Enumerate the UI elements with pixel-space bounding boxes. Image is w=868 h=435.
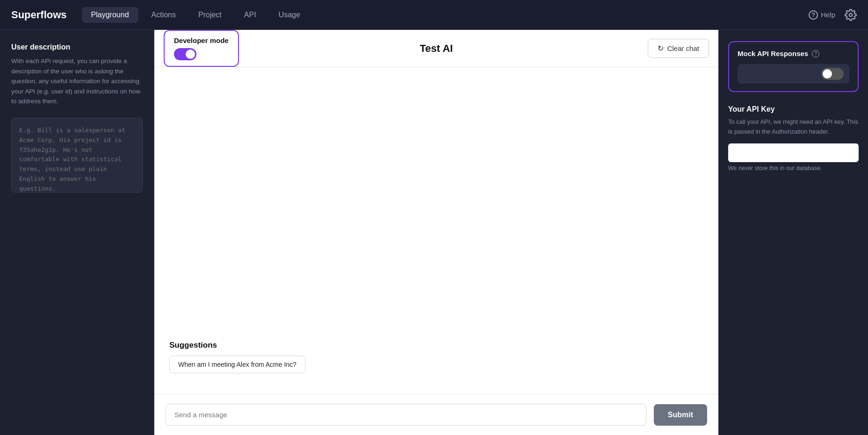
chat-title: Test AI: [420, 43, 453, 54]
api-key-note: We never store this in our database.: [728, 165, 859, 171]
nav: Playground Actions Project API Usage: [82, 7, 809, 23]
suggestions-section: Suggestions When am I meeting Alex from …: [169, 341, 703, 383]
settings-icon[interactable]: [845, 9, 857, 21]
developer-mode-toggle[interactable]: [174, 48, 196, 60]
developer-mode-box: Developer mode: [164, 30, 239, 67]
nav-project[interactable]: Project: [189, 7, 231, 23]
center-panel: Developer mode Test AI ↻ Clear chat Sugg…: [154, 30, 718, 435]
chat-area: Suggestions When am I meeting Alex from …: [154, 67, 718, 394]
user-description-input[interactable]: [11, 118, 143, 193]
nav-actions[interactable]: Actions: [142, 7, 185, 23]
logo: Superflows: [11, 9, 67, 21]
suggestions-label: Suggestions: [169, 341, 703, 350]
help-label: Help: [821, 11, 835, 19]
clear-chat-button[interactable]: ↻ Clear chat: [648, 39, 709, 58]
message-input[interactable]: [166, 404, 646, 426]
developer-mode-slider: [174, 48, 196, 60]
mock-api-box: Mock API Responses ?: [728, 41, 859, 92]
main-layout: User description With each API request, …: [0, 30, 868, 435]
refresh-icon: ↻: [658, 44, 664, 53]
nav-api[interactable]: API: [235, 7, 266, 23]
header-right: ? Help: [809, 9, 857, 21]
mock-api-toggle[interactable]: [821, 68, 844, 80]
api-key-title: Your API Key: [728, 105, 859, 114]
api-key-section: Your API Key To call your API, we might …: [728, 105, 859, 171]
submit-button[interactable]: Submit: [654, 404, 707, 426]
help-button[interactable]: ? Help: [809, 10, 835, 20]
sidebar-description: With each API request, you can provide a…: [11, 56, 143, 107]
mock-api-header: Mock API Responses ?: [738, 50, 849, 57]
mock-api-slider: [821, 68, 844, 80]
help-icon: ?: [809, 10, 818, 20]
right-panel: Mock API Responses ? Your API Key To cal…: [718, 30, 868, 435]
header: Superflows Playground Actions Project AP…: [0, 0, 868, 30]
mock-api-info-icon: ?: [812, 50, 819, 57]
svg-point-0: [849, 13, 853, 16]
nav-playground[interactable]: Playground: [82, 7, 138, 23]
sidebar-title: User description: [11, 43, 143, 51]
nav-usage[interactable]: Usage: [269, 7, 310, 23]
mock-api-title: Mock API Responses: [738, 50, 808, 57]
mock-api-toggle-row: [738, 64, 849, 84]
developer-mode-label: Developer mode: [174, 36, 229, 44]
sidebar: User description With each API request, …: [0, 30, 154, 435]
clear-chat-label: Clear chat: [667, 44, 699, 52]
api-key-description: To call your API, we might need an API k…: [728, 117, 859, 137]
suggestion-chip[interactable]: When am I meeting Alex from Acme Inc?: [169, 356, 305, 373]
api-key-input[interactable]: [728, 143, 859, 162]
dev-mode-bar: Developer mode Test AI ↻ Clear chat: [154, 30, 718, 67]
input-area: Submit: [154, 394, 718, 435]
chat-title-area: Test AI: [420, 43, 453, 55]
